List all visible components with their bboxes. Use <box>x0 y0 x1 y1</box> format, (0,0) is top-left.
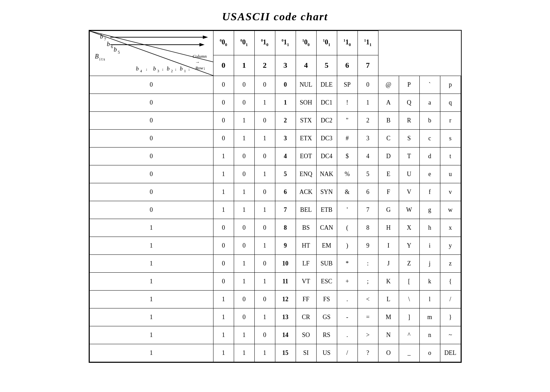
row-8-b1: 0 <box>254 219 275 237</box>
col-bit-b7b6b5-1: 001 <box>234 31 254 55</box>
cell-r14-c3: > <box>358 326 378 344</box>
svg-text:b: b <box>167 66 169 72</box>
cell-r3-c4: C <box>378 130 399 148</box>
col-num-2: 2 <box>254 55 275 76</box>
row-12-b2: 0 <box>234 291 254 308</box>
svg-text:Column: Column <box>192 54 207 59</box>
cell-r14-c7: ~ <box>440 326 461 344</box>
cell-r10-c1: SUB <box>316 255 337 273</box>
corner-cell: b 7 b 6 b 5 B i t s <box>89 31 213 76</box>
row-12-b3: 1 <box>213 291 234 308</box>
cell-r7-c4: G <box>378 201 399 219</box>
row-5-b4: 0 <box>89 165 213 183</box>
row-6-b2: 1 <box>234 183 254 201</box>
cell-r7-c0: BEL <box>296 201 316 219</box>
row-11-b1: 1 <box>254 273 275 291</box>
row-13-b2: 0 <box>234 308 254 326</box>
cell-r2-c2: " <box>337 112 358 130</box>
cell-r5-c0: ENQ <box>296 165 316 183</box>
row-14-b1: 0 <box>254 326 275 344</box>
cell-r2-c6: b <box>419 112 440 130</box>
row-1-number: 1 <box>275 94 296 112</box>
svg-text:b: b <box>113 46 117 53</box>
svg-text:b: b <box>107 41 110 47</box>
row-14-number: 14 <box>275 326 296 344</box>
cell-r12-c6: l <box>419 291 440 308</box>
table-row: 01015ENQNAK%5EUeu <box>89 165 461 183</box>
svg-text:s: s <box>103 57 105 62</box>
cell-r3-c1: DC3 <box>316 130 337 148</box>
cell-r9-c7: y <box>440 237 461 255</box>
cell-r9-c1: EM <box>316 237 337 255</box>
cell-r2-c4: B <box>378 112 399 130</box>
cell-r4-c1: DC4 <box>316 148 337 165</box>
row-14-b3: 1 <box>213 326 234 344</box>
cell-r11-c7: { <box>440 273 461 291</box>
col-num-7: 7 <box>358 55 378 76</box>
row-10-b3: 0 <box>213 255 234 273</box>
cell-r1-c5: Q <box>399 94 419 112</box>
cell-r14-c4: N <box>378 326 399 344</box>
cell-r13-c5: ] <box>399 308 419 326</box>
row-9-b3: 0 <box>213 237 234 255</box>
cell-r9-c5: Y <box>399 237 419 255</box>
cell-r1-c4: A <box>378 94 399 112</box>
row-0-b4: 0 <box>89 76 213 94</box>
cell-r12-c1: FS <box>316 291 337 308</box>
cell-r13-c7: } <box>440 308 461 326</box>
cell-r0-c2: SP <box>337 76 358 94</box>
row-3-b1: 1 <box>254 130 275 148</box>
row-13-b4: 1 <box>89 308 213 326</box>
row-3-b3: 0 <box>213 130 234 148</box>
svg-text:↓: ↓ <box>175 67 176 71</box>
table-row: 01117BELETB'7GWgw <box>89 201 461 219</box>
row-6-b1: 0 <box>254 183 275 201</box>
cell-r10-c7: z <box>440 255 461 273</box>
cell-r14-c1: RS <box>316 326 337 344</box>
row-11-b3: 0 <box>213 273 234 291</box>
svg-text:↓: ↓ <box>145 67 147 71</box>
svg-text:t: t <box>101 57 102 62</box>
cell-r15-c4: O <box>378 344 399 362</box>
cell-r10-c6: j <box>419 255 440 273</box>
col-bit-b7b6b5-2: 010 <box>254 31 275 55</box>
cell-r4-c3: 4 <box>358 148 378 165</box>
svg-marker-3 <box>203 35 208 39</box>
cell-r5-c7: u <box>440 165 461 183</box>
col-num-1: 1 <box>234 55 254 76</box>
row-12-b1: 0 <box>254 291 275 308</box>
table-row: 00102STXDC2"2BRbr <box>89 112 461 130</box>
cell-r13-c0: CR <box>296 308 316 326</box>
svg-text:i: i <box>99 57 100 62</box>
cell-r9-c6: i <box>419 237 440 255</box>
row-1-b2: 0 <box>234 94 254 112</box>
cell-r4-c4: D <box>378 148 399 165</box>
cell-r5-c4: E <box>378 165 399 183</box>
cell-r4-c6: d <box>419 148 440 165</box>
table-row: 01106ACKSYN&6FVfv <box>89 183 461 201</box>
col-num-0: 0 <box>213 55 234 76</box>
row-11-number: 11 <box>275 273 296 291</box>
svg-text:b: b <box>180 66 183 72</box>
row-9-number: 9 <box>275 237 296 255</box>
svg-text:1: 1 <box>184 69 186 73</box>
svg-text:b: b <box>100 33 103 40</box>
row-11-b4: 1 <box>89 273 213 291</box>
cell-r1-c7: q <box>440 94 461 112</box>
table-row: 10019HTEM)9IYiy <box>89 237 461 255</box>
cell-r6-c2: & <box>337 183 358 201</box>
svg-text:b: b <box>153 66 156 72</box>
cell-r0-c1: DLE <box>316 76 337 94</box>
cell-r13-c6: m <box>419 308 440 326</box>
cell-r6-c6: f <box>419 183 440 201</box>
cell-r3-c5: S <box>399 130 419 148</box>
table-row: 110012FFFS.<L\l/ <box>89 291 461 308</box>
cell-r4-c5: T <box>399 148 419 165</box>
cell-r12-c2: . <box>337 291 358 308</box>
cell-r12-c0: FF <box>296 291 316 308</box>
cell-r6-c5: V <box>399 183 419 201</box>
svg-text:5: 5 <box>118 50 120 55</box>
row-4-number: 4 <box>275 148 296 165</box>
cell-r15-c3: ? <box>358 344 378 362</box>
svg-text:4: 4 <box>140 69 142 73</box>
